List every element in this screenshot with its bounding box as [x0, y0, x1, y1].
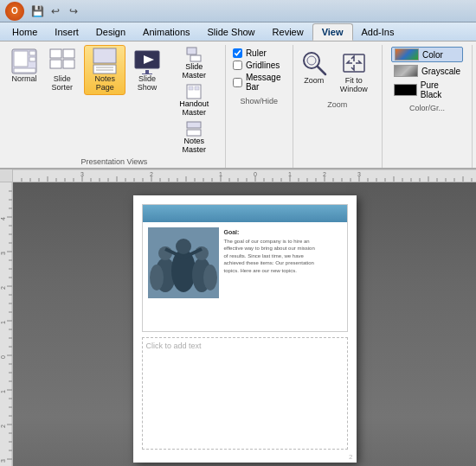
- ribbon: Normal Slide Sorter: [0, 41, 476, 169]
- grayscale-swatch: [394, 65, 418, 77]
- svg-rect-7: [50, 60, 61, 68]
- svg-rect-21: [195, 86, 199, 90]
- slide-thumbnail: Goal: The goal of our company is to hire…: [142, 204, 348, 332]
- zoom-button[interactable]: Zoom: [299, 47, 330, 88]
- zoom-buttons: Zoom Fit to Window: [299, 45, 376, 99]
- pure-black-option[interactable]: Pure Black: [391, 80, 463, 100]
- tab-view[interactable]: View: [312, 23, 353, 41]
- ruler-corner: [0, 169, 13, 182]
- redo-quick-btn[interactable]: ↪: [66, 3, 81, 19]
- ribbon-tabs: Home Insert Design Animations Slide Show…: [0, 22, 476, 41]
- handout-master-button[interactable]: Handout Master: [169, 82, 220, 118]
- slide-sorter-button[interactable]: Slide Sorter: [42, 45, 82, 95]
- notes-page-button[interactable]: Notes Page: [84, 45, 125, 95]
- notes-master-button[interactable]: Notes Master: [169, 119, 220, 156]
- svg-text:3: 3: [357, 171, 361, 177]
- show-hide-group: Ruler Gridlines Message Bar Show/Hide: [226, 45, 293, 168]
- tab-animations[interactable]: Animations: [134, 23, 198, 41]
- top-bar: O 💾 ↩ ↪: [0, 0, 476, 22]
- svg-rect-22: [187, 122, 201, 128]
- tab-design[interactable]: Design: [87, 23, 134, 41]
- zoom-icon: [300, 49, 328, 77]
- notes-page-document: Goal: The goal of our company is to hire…: [133, 195, 357, 463]
- notes-placeholder: Click to add text: [146, 342, 344, 350]
- svg-text:2: 2: [323, 171, 326, 177]
- fit-window-label: Fit to Window: [336, 77, 372, 94]
- slide-body-line-5: topics. Here are our new topics.: [224, 267, 342, 274]
- notes-text-area[interactable]: Click to add text: [142, 337, 348, 450]
- normal-view-button[interactable]: Normal: [9, 45, 40, 86]
- people-svg: [148, 227, 219, 298]
- message-bar-checkbox[interactable]: [233, 78, 242, 87]
- slide-reflection: [143, 321, 347, 331]
- handout-master-label: Handout Master: [173, 99, 215, 117]
- notes-master-icon: [186, 121, 202, 137]
- svg-text:0: 0: [254, 171, 257, 177]
- color-label: Color: [422, 50, 443, 60]
- svg-point-145: [176, 239, 191, 254]
- svg-rect-1: [14, 51, 28, 67]
- save-quick-btn[interactable]: 💾: [29, 3, 45, 19]
- gridlines-checkbox-item[interactable]: Gridlines: [233, 61, 286, 70]
- slide-text-content: Goal: The goal of our company is to hire…: [224, 227, 342, 298]
- show-hide-checkboxes: Ruler Gridlines Message Bar: [231, 45, 287, 95]
- slide-body-line-4: achieved these items: Our presentation: [224, 259, 342, 266]
- svg-text:4: 4: [0, 217, 6, 220]
- svg-rect-6: [63, 49, 74, 58]
- ruler-checkbox[interactable]: [233, 48, 242, 58]
- svg-rect-18: [190, 55, 201, 61]
- normal-view-label: Normal: [12, 75, 37, 84]
- presentation-views-group: Normal Slide Sorter: [3, 45, 226, 168]
- slide-image: [148, 227, 219, 298]
- grayscale-option[interactable]: Grayscale: [391, 64, 463, 78]
- svg-rect-17: [187, 48, 196, 54]
- svg-text:2: 2: [150, 171, 153, 177]
- slide-sorter-label: Slide Sorter: [46, 75, 78, 93]
- svg-text:3: 3: [0, 459, 6, 463]
- slide-master-label: Slide Master: [173, 62, 215, 80]
- slide-master-icon: [186, 47, 202, 62]
- undo-quick-btn[interactable]: ↩: [48, 3, 63, 19]
- svg-rect-20: [189, 86, 193, 90]
- slide-show-label: Slide Show: [132, 75, 163, 93]
- ruler-left: 4 3 2 1 0: [0, 182, 13, 466]
- tab-slideshow[interactable]: Slide Show: [199, 23, 264, 41]
- pure-black-label: Pure Black: [421, 80, 460, 99]
- slide-title-text: Goal:: [224, 229, 342, 235]
- ruler-left-svg: 4 3 2 1 0: [0, 182, 13, 466]
- notes-page-label: Notes Page: [88, 75, 120, 93]
- svg-text:1: 1: [288, 171, 292, 177]
- gridlines-checkbox[interactable]: [233, 61, 242, 70]
- slide-master-button[interactable]: Slide Master: [169, 45, 220, 81]
- normal-view-icon: [10, 48, 38, 75]
- svg-text:2: 2: [0, 425, 6, 428]
- presentation-views-label: Presentation Views: [80, 157, 147, 166]
- page-number: 2: [133, 451, 357, 463]
- slide-workspace[interactable]: Goal: The goal of our company is to hire…: [13, 182, 476, 466]
- message-bar-checkbox-item[interactable]: Message Bar: [233, 73, 286, 92]
- svg-text:0: 0: [0, 355, 6, 359]
- color-option[interactable]: Color: [391, 47, 463, 62]
- tab-home[interactable]: Home: [3, 23, 46, 41]
- slide-sorter-icon: [48, 48, 76, 75]
- office-button[interactable]: O: [5, 2, 24, 21]
- slide-show-button[interactable]: Slide Show: [127, 45, 167, 95]
- svg-rect-2: [29, 51, 35, 55]
- color-group: Color Grayscale Pure Black Color/Gr...: [383, 45, 473, 168]
- ruler-checkbox-item[interactable]: Ruler: [233, 48, 286, 58]
- svg-rect-15: [145, 70, 149, 73]
- svg-line-26: [318, 67, 325, 74]
- zoom-label: Zoom: [304, 77, 324, 86]
- zoom-group: Zoom Fit to Window Zoom: [293, 45, 383, 168]
- slide-header-bar: [143, 205, 347, 222]
- notes-page-icon: [91, 48, 119, 75]
- tab-review[interactable]: Review: [264, 23, 312, 41]
- tab-addins[interactable]: Add-Ins: [353, 23, 403, 41]
- zoom-label-group: Zoom: [327, 100, 347, 109]
- main-content: 4 3 2 1 0: [0, 182, 476, 466]
- svg-text:1: 1: [0, 321, 6, 324]
- svg-point-143: [158, 246, 172, 260]
- notes-master-label: Notes Master: [173, 137, 215, 154]
- tab-insert[interactable]: Insert: [46, 23, 87, 41]
- fit-window-button[interactable]: Fit to Window: [331, 47, 376, 97]
